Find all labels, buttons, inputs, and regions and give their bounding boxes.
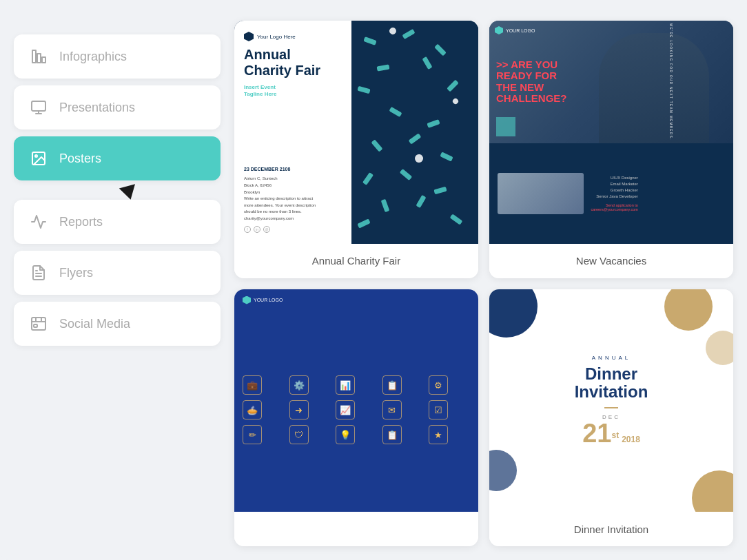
icon-pen: ✏ [243,425,262,444]
dinner-title-line1: Dinner [585,364,637,383]
vac-headline: >> ARE YOUREADY FORTHE NEWCHALLENGE? [496,59,567,105]
svg-rect-2 [42,57,45,63]
icon-arrow: ➜ [289,400,309,419]
card-preview-vacancies: YOUR LOGO >> ARE YOUREADY FORTHE NEWCHAL… [489,21,733,244]
poster-vacancies: YOUR LOGO >> ARE YOUREADY FORTHE NEWCHAL… [489,21,733,244]
icon-check: ☑ [429,400,448,419]
vac-apply-text: Send application tocareers@yourcompany.c… [591,203,637,211]
vac-logo-hex [495,26,503,34]
vac-bottom-section: UIUX Designer Email Marketer Growth Hack… [489,143,733,244]
poster-icons-hex [243,296,251,304]
card-preview-icons: YOUR LOGO 💼 ⚙️ 📊 📋 ⚙ 🥧 ➜ 📈 ✉ ☑ ✏ [234,289,478,512]
svg-rect-10 [32,318,45,330]
card-annual-charity-fair[interactable]: Your Logo Here Annual Charity Fair Inser… [234,21,478,278]
sidebar-item-label: Presentations [59,101,135,115]
poster-charity-left: Your Logo Here Annual Charity Fair Inser… [234,21,351,244]
vac-blue-square [496,117,515,136]
icon-linechart: 📈 [336,400,355,419]
vac-role-2: Email Marketer [591,182,637,186]
sidebar: Infographics Presentations [14,14,221,546]
card-preview-charity: Your Logo Here Annual Charity Fair Inser… [234,21,478,244]
card-preview-dinner: ANNUAL Dinner Invitation DEC 21st2018 [489,289,733,512]
card-label-dinner: Dinner Invitation [489,512,733,546]
vac-roles-list: UIUX Designer Email Marketer Growth Hack… [591,173,637,214]
sidebar-item-label: Posters [59,152,101,166]
sidebar-item-social-media[interactable]: Social Media [14,302,221,346]
sidebar-item-label: Reports [59,215,103,229]
dinner-date-row: 21st2018 [582,420,640,446]
social-icon [29,314,48,333]
icon-gear: ⚙️ [289,375,309,395]
poster-charity-right [351,21,478,244]
vac-top-section: YOUR LOGO >> ARE YOUREADY FORTHE NEWCHAL… [489,21,733,143]
icon-chart: 📊 [336,375,355,395]
dinner-content: ANNUAL Dinner Invitation DEC 21st2018 [489,289,733,512]
vac-role-3: Growth Hacker [591,188,637,192]
confetti-background [351,21,478,244]
report-icon [29,212,48,231]
sidebar-item-posters[interactable]: Posters [14,136,221,180]
charity-logo-text: Your Logo Here [257,34,296,40]
vac-photo-small [498,173,584,214]
dinner-date-number: 21 [582,419,611,448]
poster-icons-logo-text: YOUR LOGO [254,298,283,302]
svg-rect-1 [37,54,41,63]
sidebar-item-flyers[interactable]: Flyers [14,251,221,295]
card-new-vacancies[interactable]: YOUR LOGO >> ARE YOUREADY FORTHE NEWCHAL… [489,21,733,278]
sidebar-item-label: Social Media [59,317,130,331]
flyer-icon [29,263,48,282]
poster-icons-logo: YOUR LOGO [243,296,283,304]
svg-point-7 [35,155,37,157]
charity-date: 23 DECEMBER 2108 [244,167,342,172]
icon-briefcase: 💼 [243,375,262,395]
poster-icon [29,149,48,168]
icon-doc: 📋 [382,375,402,395]
svg-rect-14 [34,324,37,327]
vac-logo: YOUR LOGO [495,26,535,34]
icon-star: ★ [429,425,448,444]
dinner-year: 2018 [622,435,640,444]
icon-envelope: ✉ [382,400,402,419]
icon-pie: 🥧 [243,400,262,419]
vac-role-4: Senior Java Developer [591,194,637,198]
cursor-wrapper: Posters [14,136,221,180]
charity-logo: Your Logo Here [244,32,342,41]
poster-charity: Your Logo Here Annual Charity Fair Inser… [234,21,478,244]
icon-gear2: ⚙ [429,375,448,395]
cursor-arrow [119,184,139,202]
card-label-charity: Annual Charity Fair [234,244,478,278]
card-label-icons [234,512,478,546]
svg-rect-0 [32,50,36,63]
card-dinner-invitation[interactable]: ANNUAL Dinner Invitation DEC 21st2018 Di… [489,289,733,547]
app-container: Infographics Presentations [0,0,747,560]
dinner-divider [604,407,618,408]
dinner-title: Dinner Invitation [575,365,648,402]
sidebar-item-label: Flyers [59,266,93,280]
charity-title: Annual Charity Fair [244,47,342,79]
chart-bar-icon [29,47,48,66]
poster-dinner: ANNUAL Dinner Invitation DEC 21st2018 [489,289,733,512]
poster-icons: YOUR LOGO 💼 ⚙️ 📊 📋 ⚙ 🥧 ➜ 📈 ✉ ☑ ✏ [234,289,478,512]
dinner-annual-text: ANNUAL [592,355,631,361]
sidebar-item-label: Infographics [59,50,127,64]
dinner-date-sup: st [611,430,619,439]
vac-role-1: UIUX Designer [591,176,637,180]
icon-clipboard: 📋 [382,425,402,444]
sidebar-item-presentations[interactable]: Presentations [14,85,221,129]
charity-details: Atrium C, SuntechBlock A, 62456Brooklyn … [244,176,342,222]
presentation-icon [29,98,48,117]
vac-side-text: WE'RE LOOKING FOR OUR NEXT TEAM MEMBERS. [668,23,672,141]
sidebar-item-infographics[interactable]: Infographics [14,34,221,79]
charity-tagline: Insert EventTagline Here [244,84,342,98]
dinner-title-line2: Invitation [575,382,648,401]
vac-bottom-content: UIUX Designer Email Marketer Growth Hack… [498,173,725,214]
card-label-vacancies: New Vacancies [489,244,733,278]
svg-rect-3 [32,101,45,111]
sidebar-item-reports[interactable]: Reports [14,200,221,244]
main-content: Your Logo Here Annual Charity Fair Inser… [234,14,733,546]
logo-hex [244,32,254,41]
vac-logo-text: YOUR LOGO [506,28,535,33]
card-icons-poster[interactable]: YOUR LOGO 💼 ⚙️ 📊 📋 ⚙ 🥧 ➜ 📈 ✉ ☑ ✏ [234,289,478,547]
icon-bulb: 💡 [336,425,355,444]
icon-shield: 🛡 [289,425,309,444]
